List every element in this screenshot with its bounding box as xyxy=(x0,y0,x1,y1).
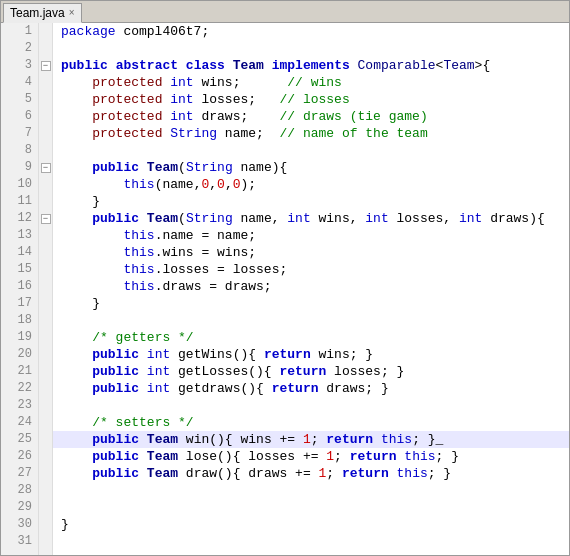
ln-1: 1 xyxy=(1,23,38,40)
fold-30 xyxy=(39,516,52,533)
code-line-15: this.losses = losses; xyxy=(53,261,569,278)
fold-gutter: − − − xyxy=(39,23,53,555)
fold-11 xyxy=(39,193,52,210)
fold-20 xyxy=(39,346,52,363)
code-line-10: this(name,0,0,0); xyxy=(53,176,569,193)
ln-6: 6 xyxy=(1,108,38,125)
fold-6 xyxy=(39,108,52,125)
code-line-14: this.wins = wins; xyxy=(53,244,569,261)
fold-17 xyxy=(39,295,52,312)
code-line-20: public int getWins(){ return wins; } xyxy=(53,346,569,363)
fold-15 xyxy=(39,261,52,278)
fold-18 xyxy=(39,312,52,329)
fold-14 xyxy=(39,244,52,261)
tab-label: Team.java xyxy=(10,6,65,20)
editor-area: 1 2 3 4 5 6 7 8 9 10 11 12 13 14 15 16 1… xyxy=(1,23,569,555)
fold-13 xyxy=(39,227,52,244)
ln-11: 11 xyxy=(1,193,38,210)
code-line-22: public int getdraws(){ return draws; } xyxy=(53,380,569,397)
fold-3[interactable]: − xyxy=(39,57,52,74)
ln-17: 17 xyxy=(1,295,38,312)
fold-7 xyxy=(39,125,52,142)
code-line-3: public abstract class Team implements Co… xyxy=(53,57,569,74)
ln-10: 10 xyxy=(1,176,38,193)
code-line-16: this.draws = draws; xyxy=(53,278,569,295)
fold-12[interactable]: − xyxy=(39,210,52,227)
ln-9: 9 xyxy=(1,159,38,176)
editor-window: Team.java × 1 2 3 4 5 6 7 8 9 10 11 12 1… xyxy=(0,0,570,556)
ln-8: 8 xyxy=(1,142,38,159)
fold-31 xyxy=(39,533,52,550)
code-line-7: protected String name; // name of the te… xyxy=(53,125,569,142)
code-line-18 xyxy=(53,312,569,329)
fold-28 xyxy=(39,482,52,499)
ln-19: 19 xyxy=(1,329,38,346)
ln-22: 22 xyxy=(1,380,38,397)
fold-16 xyxy=(39,278,52,295)
fold-10 xyxy=(39,176,52,193)
code-line-28 xyxy=(53,482,569,499)
code-line-29 xyxy=(53,499,569,516)
code-line-6: protected int draws; // draws (tie game) xyxy=(53,108,569,125)
ln-28: 28 xyxy=(1,482,38,499)
fold-19 xyxy=(39,329,52,346)
code-line-24: /* setters */ xyxy=(53,414,569,431)
fold-29 xyxy=(39,499,52,516)
ln-21: 21 xyxy=(1,363,38,380)
fold-2 xyxy=(39,40,52,57)
code-line-19: /* getters */ xyxy=(53,329,569,346)
ln-16: 16 xyxy=(1,278,38,295)
code-line-9: public Team(String name){ xyxy=(53,159,569,176)
fold-21 xyxy=(39,363,52,380)
ln-12: 12 xyxy=(1,210,38,227)
fold-23 xyxy=(39,397,52,414)
fold-8 xyxy=(39,142,52,159)
code-line-17: } xyxy=(53,295,569,312)
fold-9[interactable]: − xyxy=(39,159,52,176)
ln-23: 23 xyxy=(1,397,38,414)
tab-bar: Team.java × xyxy=(1,1,569,23)
code-line-12: public Team(String name, int wins, int l… xyxy=(53,210,569,227)
fold-27 xyxy=(39,465,52,482)
fold-25 xyxy=(39,431,52,448)
code-line-25: public Team win(){ wins += 1; return thi… xyxy=(53,431,569,448)
code-line-8 xyxy=(53,142,569,159)
code-line-1: package compl406t7; xyxy=(53,23,569,40)
code-line-2 xyxy=(53,40,569,57)
code-line-30: } xyxy=(53,516,569,533)
ln-24: 24 xyxy=(1,414,38,431)
code-line-26: public Team lose(){ losses += 1; return … xyxy=(53,448,569,465)
ln-30: 30 xyxy=(1,516,38,533)
ln-5: 5 xyxy=(1,91,38,108)
ln-31: 31 xyxy=(1,533,38,550)
code-line-11: } xyxy=(53,193,569,210)
ln-25: 25 xyxy=(1,431,38,448)
ln-14: 14 xyxy=(1,244,38,261)
ln-18: 18 xyxy=(1,312,38,329)
fold-4 xyxy=(39,74,52,91)
code-line-23 xyxy=(53,397,569,414)
code-line-5: protected int losses; // losses xyxy=(53,91,569,108)
code-line-4: protected int wins; // wins xyxy=(53,74,569,91)
ln-3: 3 xyxy=(1,57,38,74)
fold-22 xyxy=(39,380,52,397)
ln-4: 4 xyxy=(1,74,38,91)
ln-15: 15 xyxy=(1,261,38,278)
ln-7: 7 xyxy=(1,125,38,142)
code-line-27: public Team draw(){ draws += 1; return t… xyxy=(53,465,569,482)
tab-close-icon[interactable]: × xyxy=(69,7,75,18)
ln-20: 20 xyxy=(1,346,38,363)
ln-2: 2 xyxy=(1,40,38,57)
line-numbers: 1 2 3 4 5 6 7 8 9 10 11 12 13 14 15 16 1… xyxy=(1,23,39,555)
ln-26: 26 xyxy=(1,448,38,465)
fold-26 xyxy=(39,448,52,465)
code-line-31 xyxy=(53,533,569,550)
fold-5 xyxy=(39,91,52,108)
tab-team-java[interactable]: Team.java × xyxy=(3,3,82,23)
code-area[interactable]: package compl406t7; public abstract clas… xyxy=(53,23,569,555)
fold-24 xyxy=(39,414,52,431)
ln-27: 27 xyxy=(1,465,38,482)
fold-1 xyxy=(39,23,52,40)
code-line-21: public int getLosses(){ return losses; } xyxy=(53,363,569,380)
ln-29: 29 xyxy=(1,499,38,516)
